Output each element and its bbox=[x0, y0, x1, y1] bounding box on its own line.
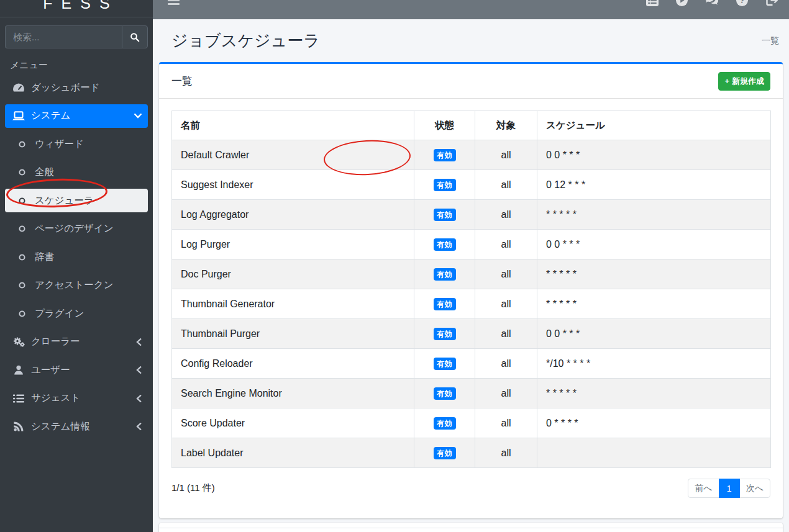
result-count: 1/1 (11 件) bbox=[171, 482, 215, 494]
table-row[interactable]: Log Purger 有効 all 0 0 * * * bbox=[172, 230, 771, 259]
table-row[interactable]: Thumbnail Purger 有効 all 0 0 * * * bbox=[172, 319, 771, 349]
column-header-schedule: スケジュール bbox=[537, 111, 771, 140]
table-row[interactable]: Config Reloader 有効 all */10 * * * * bbox=[172, 349, 771, 379]
job-name-cell: Score Updater bbox=[172, 408, 414, 438]
sidebar-item-system-info[interactable]: システム情報 bbox=[5, 415, 148, 438]
search-input[interactable] bbox=[5, 25, 122, 48]
content-header: ジョブスケジューラ 一覧 bbox=[153, 19, 789, 52]
job-schedule-cell: */10 * * * * bbox=[537, 349, 771, 379]
page-title: ジョブスケジューラ bbox=[171, 30, 320, 52]
status-badge: 有効 bbox=[434, 149, 456, 161]
sidebar-item-plugin[interactable]: プラグイン bbox=[5, 302, 148, 325]
table-row[interactable]: Search Engine Monitor 有効 all * * * * * bbox=[172, 379, 771, 408]
circle-icon bbox=[14, 169, 30, 176]
chevron-left-icon bbox=[136, 395, 142, 402]
job-name-cell: Thumbnail Purger bbox=[172, 319, 414, 349]
table-row[interactable]: Thumbnail Generator 有効 all * * * * * bbox=[172, 289, 771, 319]
sidebar-item-dictionary[interactable]: 辞書 bbox=[5, 245, 148, 269]
circle-icon bbox=[14, 197, 30, 204]
breadcrumb: 一覧 bbox=[762, 35, 779, 47]
circle-icon bbox=[14, 254, 30, 261]
status-badge: 有効 bbox=[434, 179, 456, 191]
sidebar-item-dashboard[interactable]: ダッシュボード bbox=[5, 76, 148, 99]
sidebar-item-access-token[interactable]: アクセストークン bbox=[5, 274, 148, 297]
next-page-button[interactable]: 次へ bbox=[739, 479, 770, 498]
plus-icon: + bbox=[724, 76, 729, 86]
column-header-name: 名前 bbox=[172, 111, 414, 140]
table-row[interactable]: Suggest Indexer 有効 all 0 12 * * * bbox=[172, 170, 771, 200]
chevron-left-icon bbox=[136, 338, 142, 346]
search-button[interactable] bbox=[122, 25, 148, 48]
circle-icon bbox=[14, 282, 30, 289]
sidebar-item-wizard[interactable]: ウィザード bbox=[5, 132, 148, 156]
sidebar-search bbox=[5, 25, 148, 48]
job-schedule-cell: * * * * * bbox=[537, 289, 771, 319]
chevron-left-icon bbox=[136, 366, 142, 374]
job-schedule-cell: * * * * * bbox=[537, 200, 771, 230]
card-header: 一覧 +新規作成 bbox=[159, 64, 783, 99]
sidebar-item-user[interactable]: ユーザー bbox=[5, 358, 148, 382]
sidebar-item-crawler[interactable]: クローラー bbox=[5, 330, 148, 354]
sidebar-item-label: サジェスト bbox=[31, 392, 80, 405]
table-row[interactable]: Log Aggregator 有効 all * * * * * bbox=[172, 200, 771, 230]
sidebar-item-scheduler[interactable]: スケジューラ bbox=[5, 189, 148, 212]
job-schedule-cell: 0 0 * * * bbox=[537, 319, 771, 349]
tachometer-icon bbox=[10, 83, 27, 92]
column-header-status: 状態 bbox=[414, 111, 475, 140]
table-row[interactable]: Label Updater 有効 all bbox=[172, 438, 771, 468]
chevron-down-icon bbox=[134, 113, 142, 119]
job-target-cell: all bbox=[475, 319, 537, 349]
job-schedule-cell: 0 0 * * * bbox=[537, 140, 771, 170]
status-badge: 有効 bbox=[434, 238, 456, 251]
job-target-cell: all bbox=[475, 200, 537, 230]
status-badge: 有効 bbox=[434, 358, 456, 370]
sign-out-icon[interactable] bbox=[765, 0, 778, 6]
brand-logo[interactable]: FESS bbox=[0, 0, 153, 17]
sidebar-item-label: スケジューラ bbox=[35, 194, 94, 207]
top-navbar: ? bbox=[153, 0, 789, 19]
next-card-partial bbox=[159, 523, 783, 532]
job-schedule-cell: 0 * * * * bbox=[537, 408, 771, 438]
current-page-button[interactable]: 1 bbox=[719, 479, 740, 498]
job-target-cell: all bbox=[475, 408, 537, 438]
sidebar-item-page-design[interactable]: ページのデザイン bbox=[5, 217, 148, 241]
list-alt-icon[interactable] bbox=[646, 0, 659, 6]
comments-icon[interactable] bbox=[705, 0, 719, 6]
job-status-cell: 有効 bbox=[414, 259, 475, 289]
sidebar-item-label: 辞書 bbox=[35, 251, 54, 264]
sidebar-item-system[interactable]: システム bbox=[5, 104, 148, 128]
job-target-cell: all bbox=[475, 379, 537, 408]
job-status-cell: 有効 bbox=[414, 438, 475, 468]
sidebar-item-label: アクセストークン bbox=[35, 279, 114, 292]
navbar-icon-group: ? bbox=[646, 0, 778, 6]
sidebar-menu-label: メニュー bbox=[0, 60, 153, 70]
create-new-button[interactable]: +新規作成 bbox=[718, 72, 770, 91]
prev-page-button[interactable]: 前へ bbox=[688, 479, 719, 498]
job-schedule-cell: * * * * * bbox=[537, 259, 771, 289]
card-body: 名前 状態 対象 スケジュール Default Crawler 有効 all 0… bbox=[159, 99, 783, 510]
table-row[interactable]: Doc Purger 有効 all * * * * * bbox=[172, 259, 771, 289]
sidebar-item-general[interactable]: 全般 bbox=[5, 161, 148, 184]
table-row[interactable]: Score Updater 有効 all 0 * * * * bbox=[172, 408, 771, 438]
sidebar-item-suggest[interactable]: サジェスト bbox=[5, 387, 148, 410]
sidebar-item-label: ウィザード bbox=[35, 138, 84, 151]
sidebar-item-label: ユーザー bbox=[31, 364, 70, 377]
brand-logo-text: FESS bbox=[0, 0, 153, 12]
job-status-cell: 有効 bbox=[414, 140, 475, 170]
table-row[interactable]: Default Crawler 有効 all 0 0 * * * bbox=[172, 140, 771, 170]
user-icon bbox=[10, 365, 27, 375]
sidebar-item-label: システム情報 bbox=[31, 420, 89, 433]
job-status-cell: 有効 bbox=[414, 200, 475, 230]
status-badge: 有効 bbox=[434, 447, 456, 459]
job-target-cell: all bbox=[475, 289, 537, 319]
question-circle-icon[interactable]: ? bbox=[736, 0, 748, 6]
job-name-cell: Log Aggregator bbox=[172, 200, 414, 230]
job-table: 名前 状態 対象 スケジュール Default Crawler 有効 all 0… bbox=[171, 110, 771, 468]
circle-icon bbox=[14, 310, 30, 317]
hamburger-menu-icon[interactable] bbox=[168, 0, 180, 6]
play-circle-icon[interactable] bbox=[676, 0, 688, 6]
job-schedule-cell: * * * * * bbox=[537, 379, 771, 408]
job-name-cell: Label Updater bbox=[172, 438, 414, 468]
list-icon bbox=[10, 394, 27, 403]
create-new-label: 新規作成 bbox=[732, 76, 764, 87]
